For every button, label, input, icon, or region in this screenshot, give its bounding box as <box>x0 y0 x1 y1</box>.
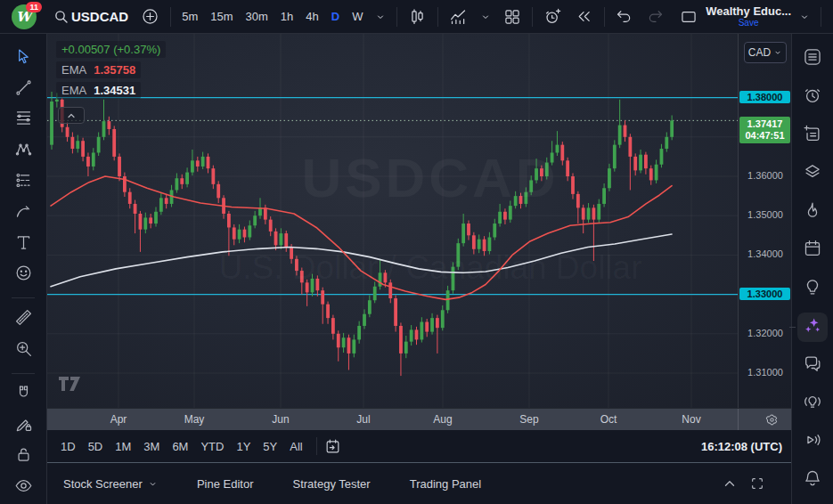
range-5y-button[interactable]: 5Y <box>257 436 283 457</box>
forecast-tool-button[interactable] <box>8 167 38 197</box>
ruler-tool-button[interactable] <box>8 305 38 334</box>
object-tree-button[interactable] <box>797 159 828 188</box>
emoji-tool-button[interactable] <box>8 261 38 290</box>
compare-add-symbol-button[interactable] <box>135 4 166 30</box>
ideas-button[interactable] <box>797 273 828 303</box>
open-panel-button[interactable] <box>722 476 738 492</box>
currency-toggle-button[interactable]: CAD <box>744 42 787 63</box>
expand-icon <box>750 476 764 491</box>
emoji-icon <box>14 264 33 286</box>
tab-pine-editor[interactable]: Pine Editor <box>197 477 254 491</box>
trend-line-icon <box>14 78 33 101</box>
alerts-icon <box>803 85 822 109</box>
gear-icon <box>764 412 780 427</box>
toolbar-divider <box>604 7 605 27</box>
fib-retracement-tool-button[interactable] <box>8 106 38 135</box>
currency-label: CAD <box>748 46 771 59</box>
indicators-dropdown-button[interactable] <box>474 4 497 30</box>
hotlists-button[interactable] <box>797 197 828 226</box>
tab-trading-panel[interactable]: Trading Panel <box>410 477 481 491</box>
xabcd-pattern-icon <box>14 140 33 162</box>
chart-type-button[interactable] <box>402 4 433 30</box>
alert-clock-plus-icon <box>543 7 562 26</box>
chevron-down-icon <box>799 12 810 22</box>
save-layout-button[interactable]: Wealthy Educ... Save <box>706 5 791 28</box>
interval-W[interactable]: W <box>346 4 369 30</box>
interval-15m[interactable]: 15m <box>204 4 239 30</box>
grid-layout-icon <box>503 8 521 26</box>
interval-dropdown-button[interactable] <box>369 4 392 30</box>
interval-4h[interactable]: 4h <box>299 4 324 30</box>
layout-save-cluster: Wealthy Educ... Save <box>674 4 833 30</box>
layout-dropdown-button[interactable] <box>793 4 816 30</box>
price-axis[interactable]: CAD 1.360001.350001.340001.320001.310001… <box>738 34 791 408</box>
range-1m-button[interactable]: 1M <box>109 436 137 457</box>
range-all-button[interactable]: All <box>283 436 308 457</box>
hide-all-drawings-tool-button[interactable] <box>8 473 38 502</box>
interval-5m[interactable]: 5m <box>176 4 204 30</box>
zoom-in-tool-button[interactable] <box>8 336 38 365</box>
watchlist-button[interactable] <box>797 44 828 73</box>
chevron-down-icon <box>773 48 782 57</box>
legend-collapse-button[interactable] <box>58 107 85 124</box>
brush-tool-button[interactable] <box>8 199 38 228</box>
zoom-in-icon <box>14 339 33 362</box>
interval-1h[interactable]: 1h <box>274 4 299 30</box>
drawing-mode-lock-tool-button[interactable] <box>8 411 38 441</box>
time-axis[interactable]: AprMayJunJulAugSepOctNov <box>47 408 791 430</box>
chat-button[interactable] <box>797 351 828 380</box>
maximize-panel-button[interactable] <box>750 476 764 491</box>
last-price-label: 1.3741704:47:51 <box>739 117 790 143</box>
range-1d-button[interactable]: 1D <box>54 436 82 457</box>
cursor-tool-button[interactable] <box>8 44 38 73</box>
range-6m-button[interactable]: 6M <box>166 436 194 457</box>
month-label-oct: Oct <box>600 413 617 426</box>
interval-D[interactable]: D <box>325 4 346 30</box>
range-1y-button[interactable]: 1Y <box>230 436 257 457</box>
range-divider <box>316 437 317 455</box>
xabcd-pattern-tool-button[interactable] <box>8 136 38 166</box>
ema-legend-row[interactable]: EMA1.35758 <box>56 61 141 78</box>
range-5d-button[interactable]: 5D <box>82 436 110 457</box>
bottom-tabs: Stock ScreenerPine EditorStrategy Tester… <box>63 477 520 491</box>
notes-icon <box>803 124 822 147</box>
magnet-tool-button[interactable] <box>8 380 38 410</box>
bar-replay-button[interactable] <box>568 4 600 30</box>
ai-assistant-button[interactable] <box>797 313 828 342</box>
notifications-button[interactable] <box>797 466 828 495</box>
range-ytd-button[interactable]: YTD <box>194 436 230 457</box>
indicators-button[interactable] <box>443 4 474 30</box>
live-ideas-button[interactable] <box>797 389 828 419</box>
calendar-button[interactable] <box>797 235 828 264</box>
lock-all-drawings-tool-button[interactable] <box>8 443 38 472</box>
alerts-button[interactable] <box>797 82 828 111</box>
chart-pane[interactable]: USDCAD U.S. Dollar / Canadian Dollar +0.… <box>47 34 791 408</box>
tab-stock-screener[interactable]: Stock Screener <box>63 477 158 491</box>
bar-countdown: 04:47:51 <box>739 130 790 142</box>
layout-grid-button[interactable] <box>497 4 527 30</box>
go-to-date-button[interactable] <box>324 438 341 455</box>
session-clock[interactable]: 16:12:08 (UTC) <box>701 440 782 453</box>
tab-strategy-tester[interactable]: Strategy Tester <box>292 477 370 491</box>
streams-icon <box>803 430 822 453</box>
axis-settings-button[interactable] <box>754 410 789 430</box>
redo-button[interactable] <box>640 4 670 30</box>
ruler-icon <box>14 308 33 330</box>
month-label-apr: Apr <box>110 413 127 426</box>
month-label-may: May <box>184 413 205 426</box>
symbol-search-button[interactable]: USDCAD <box>47 4 135 30</box>
layout-thumbnail-button[interactable] <box>674 4 704 30</box>
notes-button[interactable] <box>797 120 828 150</box>
range-3m-button[interactable]: 3M <box>137 436 166 457</box>
toolbar-divider <box>396 7 397 27</box>
app-logo[interactable]: W 11 <box>0 4 47 29</box>
replay-icon <box>575 7 593 26</box>
toolbar-divider <box>12 297 35 298</box>
streams-button[interactable] <box>797 427 828 457</box>
interval-30m[interactable]: 30m <box>240 4 274 30</box>
text-tool-button[interactable] <box>8 230 38 259</box>
create-alert-button[interactable] <box>537 4 568 30</box>
ema-legend-row[interactable]: EMA1.34531 <box>56 82 141 99</box>
trend-line-tool-button[interactable] <box>8 75 38 104</box>
undo-button[interactable] <box>609 4 640 30</box>
